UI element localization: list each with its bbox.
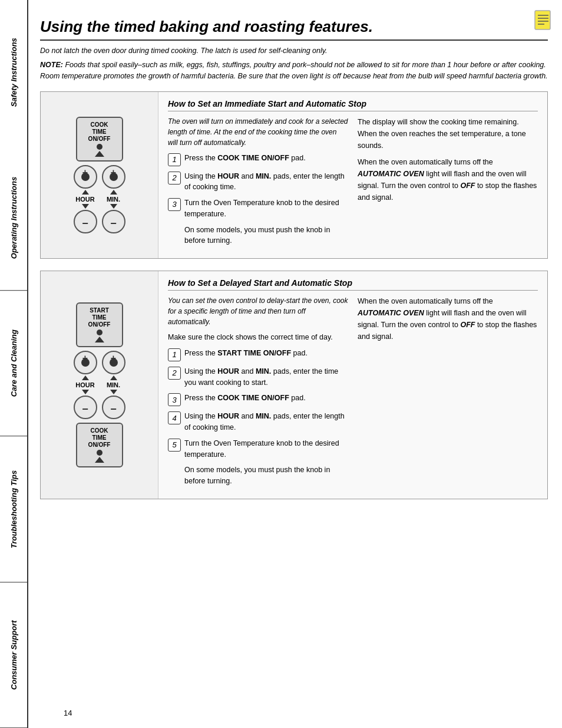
page-title: Using the timed baking and roasting feat… (40, 18, 548, 41)
section1-right-text2: When the oven automatically turns off th… (358, 156, 538, 203)
min-dial-col-2: + MIN. − (102, 351, 125, 419)
section1-steps: 1 Press the COOK TIME ON/OFF pad. 2 Usin… (168, 153, 348, 220)
section1-content: How to Set an Immediate Start and Automa… (158, 92, 547, 259)
section2-right: When the oven automatically turns off th… (358, 295, 538, 492)
hour-up-arrow-2 (82, 375, 89, 380)
step-2-3-text: Press the COOK TIME ON/OFF pad. (184, 393, 348, 404)
step-1-3-num: 3 (168, 198, 181, 211)
sidebar-item-safety: Safety Instructions (0, 0, 27, 145)
hour-down-arrow (82, 204, 89, 209)
oven-controls-1: COOKTIMEON/OFF + HOUR − (45, 117, 153, 233)
section2-step5-extra: On some models, you must push the knob i… (184, 465, 348, 487)
make-sure-text: Make sure the clock shows the correct ti… (168, 332, 348, 343)
min-down-arrow (110, 204, 117, 209)
hour-label: HOUR (75, 196, 94, 203)
main-content: Using the timed baking and roasting feat… (28, 0, 562, 728)
step-2-2: 2 Using the HOUR and MIN. pads, enter th… (168, 366, 348, 388)
note-icon (534, 9, 553, 31)
note-block: NOTE: Foods that spoil easily–such as mi… (40, 60, 548, 82)
section2-cols: You can set the oven control to delay-st… (168, 295, 538, 492)
step-2-4-text: Using the HOUR and MIN. pads, enter the … (184, 411, 348, 433)
section2-left: You can set the oven control to delay-st… (168, 295, 348, 492)
cook-time-button-2: COOKTIMEON/OFF (76, 423, 123, 467)
hour-dial-up: + (74, 165, 97, 189)
min-dial-down-2: − (102, 396, 125, 419)
step-2-5-num: 5 (168, 439, 181, 452)
cook-time-button: COOKTIMEON/OFF (76, 117, 123, 162)
hour-dial-col: + HOUR − (74, 165, 97, 233)
section2-box: STARTTIMEON/OFF + HOUR − (40, 271, 548, 499)
step-2-5-text: Turn the Oven Temperature knob to the de… (184, 438, 348, 460)
hour-dial-down-2: − (74, 396, 97, 419)
min-label: MIN. (107, 196, 120, 203)
sidebar: Safety Instructions Operating Instructio… (0, 0, 28, 728)
sidebar-item-troubleshooting: Troubleshooting Tips (0, 437, 27, 582)
note-text: Foods that spoil easily–such as milk, eg… (40, 61, 548, 80)
step-2-2-text: Using the HOUR and MIN. pads, enter the … (184, 366, 348, 388)
section1-cols: The oven will turn on immediately and co… (168, 116, 538, 252)
step-1-2-num: 2 (168, 172, 181, 185)
section1-image: COOKTIMEON/OFF + HOUR − (41, 92, 158, 259)
min-up-arrow-2 (110, 375, 117, 380)
step-2-5: 5 Turn the Oven Temperature knob to the … (168, 438, 348, 460)
section1-heading: How to Set an Immediate Start and Automa… (168, 99, 538, 111)
section2-image: STARTTIMEON/OFF + HOUR − (41, 271, 158, 499)
section2-heading: How to Set a Delayed Start and Automatic… (168, 278, 538, 291)
section2-steps: 1 Press the START TIME ON/OFF pad. 2 Usi… (168, 348, 348, 460)
min-dial-up: + (102, 165, 125, 189)
hour-down-arrow-2 (82, 390, 89, 394)
hour-dial-down: − (74, 210, 97, 233)
min-label-2: MIN. (107, 381, 120, 388)
step-2-2-num: 2 (168, 367, 181, 380)
section2-right-text: When the oven automatically turns off th… (358, 295, 538, 342)
safety-notice: Do not latch the oven door during timed … (40, 47, 548, 55)
step-1-1-num: 1 (168, 153, 181, 166)
hour-dial-up-2: + (74, 351, 97, 374)
sidebar-item-consumer: Consumer Support (0, 582, 27, 728)
step-2-4-num: 4 (168, 411, 181, 424)
step-2-1-num: 1 (168, 348, 181, 361)
min-down-arrow-2 (110, 390, 117, 394)
step-2-4: 4 Using the HOUR and MIN. pads, enter th… (168, 411, 348, 433)
section1-left: The oven will turn on immediately and co… (168, 116, 348, 252)
start-time-button: STARTTIMEON/OFF (76, 302, 123, 347)
sidebar-item-care: Care and Cleaning (0, 291, 27, 436)
step-2-1: 1 Press the START TIME ON/OFF pad. (168, 348, 348, 361)
section1-right-text1: The display will show the cooking time r… (358, 116, 538, 151)
hour-min-dials-2: + HOUR − + MIN. (74, 351, 125, 419)
oven-controls-2: STARTTIMEON/OFF + HOUR − (45, 302, 153, 467)
min-dial-col: + MIN. − (102, 165, 125, 233)
hour-min-dials: + HOUR − + MIN. (74, 165, 125, 233)
step-2-1-text: Press the START TIME ON/OFF pad. (184, 348, 348, 359)
min-dial-up-2: + (102, 351, 125, 374)
step-1-1-text: Press the COOK TIME ON/OFF pad. (184, 153, 348, 164)
step-1-3: 3 Turn the Oven Temperature knob to the … (168, 197, 348, 220)
hour-label-2: HOUR (75, 381, 94, 388)
step-1-1: 1 Press the COOK TIME ON/OFF pad. (168, 153, 348, 166)
note-label: NOTE: (40, 61, 63, 69)
section1-intro: The oven will turn on immediately and co… (168, 116, 348, 148)
page-number: 14 (64, 709, 72, 717)
section1-step3-extra: On some models, you must push the knob i… (184, 225, 348, 247)
hour-dial-col-2: + HOUR − (74, 351, 97, 419)
step-1-2: 2 Using the HOUR and MIN. pads, enter th… (168, 171, 348, 193)
section1-box: COOKTIMEON/OFF + HOUR − (40, 91, 548, 259)
section2-content: How to Set a Delayed Start and Automatic… (158, 271, 547, 499)
min-dial-down: − (102, 210, 125, 233)
section1-right: The display will show the cooking time r… (358, 116, 538, 252)
hour-up-arrow (82, 190, 89, 195)
step-1-3-text: Turn the Oven Temperature knob to the de… (184, 197, 348, 220)
step-2-3: 3 Press the COOK TIME ON/OFF pad. (168, 393, 348, 406)
step-2-3-num: 3 (168, 393, 181, 406)
min-up-arrow (110, 190, 117, 195)
sidebar-item-operating: Operating Instructions (0, 145, 27, 291)
section2-intro: You can set the oven control to delay-st… (168, 295, 348, 327)
svg-rect-0 (535, 11, 550, 29)
step-1-2-text: Using the HOUR and MIN. pads, enter the … (184, 171, 348, 193)
